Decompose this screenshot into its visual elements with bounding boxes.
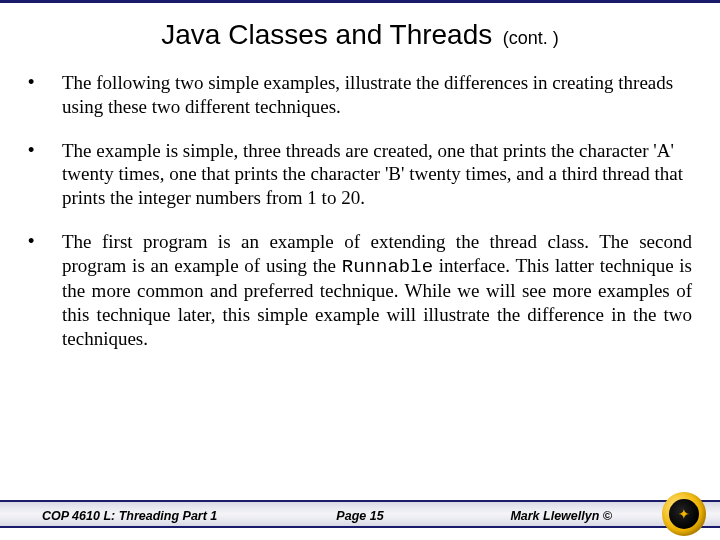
bullet-item: • The first program is an example of ext… — [28, 230, 692, 351]
logo-circle: ✦ — [662, 492, 706, 536]
bullet-marker: • — [28, 139, 62, 210]
footer: COP 4610 L: Threading Part 1 Page 15 Mar… — [0, 490, 720, 540]
bullet-item: • The example is simple, three threads a… — [28, 139, 692, 210]
footer-right: Mark Llewellyn © — [510, 509, 612, 523]
ucf-logo: ✦ — [662, 492, 706, 536]
pegasus-icon: ✦ — [678, 507, 690, 521]
title-area: Java Classes and Threads (cont. ) — [0, 3, 720, 59]
content-area: • The following two simple examples, ill… — [0, 59, 720, 351]
bullet-text: The following two simple examples, illus… — [62, 71, 692, 119]
bullet-text: The example is simple, three threads are… — [62, 139, 692, 210]
slide-title: Java Classes and Threads — [161, 19, 492, 50]
bullet-marker: • — [28, 230, 62, 351]
bullet-text-code: Runnable — [342, 256, 433, 278]
bullet-text: The first program is an example of exten… — [62, 230, 692, 351]
footer-center: Page 15 — [0, 509, 720, 523]
bullet-item: • The following two simple examples, ill… — [28, 71, 692, 119]
slide-title-suffix: (cont. ) — [503, 28, 559, 48]
slide: Java Classes and Threads (cont. ) • The … — [0, 0, 720, 540]
logo-inner: ✦ — [669, 499, 699, 529]
bullet-marker: • — [28, 71, 62, 119]
